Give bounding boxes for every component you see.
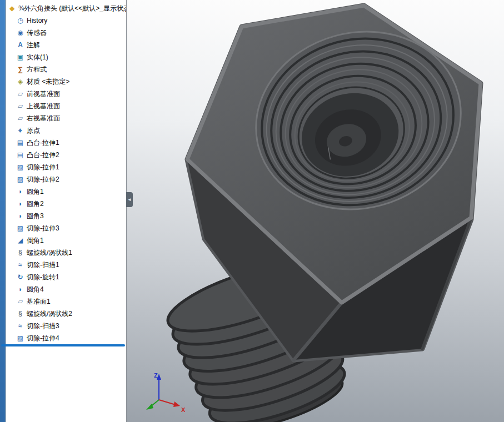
tree-item[interactable]: A 注解 — [6, 39, 126, 51]
plane-icon: ▱ — [16, 295, 25, 308]
history-folder-icon: ◷ — [16, 14, 25, 27]
sensors-icon: ◉ — [16, 27, 25, 39]
cut-extrude-icon: ▨ — [16, 161, 25, 173]
collapse-arrow-icon: ◄ — [127, 197, 132, 202]
tree-item[interactable]: ≈ 切除-扫描1 — [6, 259, 126, 271]
tree-item-label: 原点 — [27, 124, 40, 137]
tree-item-label: History — [27, 14, 47, 27]
tree-item[interactable]: ◷ History — [6, 14, 126, 27]
fillet-icon: ◗ — [16, 198, 25, 210]
tree-item[interactable]: ▨ 切除-拉伸4 — [6, 332, 126, 344]
triad-x-arrow — [173, 401, 180, 407]
feature-manager-panel: ◆ ¾外六角接头 (默认<<默认>_显示状态 ◷ History ◉ 传感器 A… — [0, 0, 127, 422]
fillet-icon: ◗ — [16, 185, 25, 198]
tree-item-label: 材质 <未指定> — [27, 76, 69, 88]
tree-item[interactable]: ≈ 切除-扫描3 — [6, 320, 126, 332]
tree-item-label: 注解 — [27, 39, 40, 51]
tree-item[interactable]: ▱ 右视基准面 — [6, 112, 126, 124]
plane-icon: ▱ — [16, 112, 25, 124]
model-3d-view[interactable] — [127, 0, 504, 422]
tree-item-label: 切除-拉伸3 — [27, 222, 59, 234]
tree-item-label: 基准面1 — [27, 295, 51, 308]
tree-item[interactable]: ▨ 切除-拉伸2 — [6, 173, 126, 185]
cut-extrude-icon: ▨ — [16, 222, 25, 234]
tree-item-label: ¾外六角接头 (默认<<默认>_显示状态 — [18, 2, 126, 14]
tree-item[interactable]: § 螺旋线/涡状线1 — [6, 247, 126, 259]
tree-item-label: 切除-拉伸2 — [27, 173, 59, 185]
solidworks-window: ◆ ¾外六角接头 (默认<<默认>_显示状态 ◷ History ◉ 传感器 A… — [0, 0, 504, 422]
plane-icon: ▱ — [16, 88, 25, 100]
tree-item-label: 切除-拉伸1 — [27, 161, 59, 173]
panel-collapse-tab[interactable]: ◄ — [126, 192, 133, 207]
plane-icon: ▱ — [16, 100, 25, 112]
tree-item-label: 前视基准面 — [27, 88, 60, 100]
feature-tree: ◆ ¾外六角接头 (默认<<默认>_显示状态 ◷ History ◉ 传感器 A… — [6, 0, 126, 422]
panel-accent-strip — [0, 0, 6, 422]
tree-item-label: 传感器 — [27, 27, 47, 39]
chamfer-icon: ◢ — [16, 234, 25, 247]
tree-item-label: 圆角3 — [27, 210, 44, 222]
tree-item-label: 圆角2 — [27, 198, 44, 210]
tree-item-label: 实体(1) — [27, 51, 48, 63]
cut-extrude-icon: ▨ — [16, 332, 25, 344]
annotations-icon: A — [16, 39, 25, 51]
tree-item[interactable]: ◗ 圆角1 — [6, 185, 126, 198]
fillet-icon: ◗ — [16, 210, 25, 222]
tree-item[interactable]: ▨ 切除-拉伸1 — [6, 161, 126, 173]
solid-bodies-icon: ▣ — [16, 51, 25, 63]
orientation-triad: Z X — [137, 371, 190, 418]
part-icon: ◆ — [7, 2, 17, 14]
tree-item[interactable]: ▱ 基准面1 — [6, 295, 126, 308]
tree-item[interactable]: ▣ 实体(1) — [6, 51, 126, 63]
rollback-bar[interactable] — [1, 344, 125, 346]
helix-icon: § — [16, 308, 25, 320]
tree-item[interactable]: ⌖ 原点 — [6, 124, 126, 137]
tree-item[interactable]: ∑ 方程式 — [6, 63, 126, 76]
tree-item-label: 切除-旋转1 — [27, 271, 59, 283]
tree-item-label: 圆角1 — [27, 185, 44, 198]
tree-item-label: 圆角4 — [27, 283, 44, 295]
tree-item[interactable]: ▱ 上视基准面 — [6, 100, 126, 112]
cut-sweep-icon: ≈ — [16, 259, 25, 271]
tree-item[interactable]: ▨ 切除-拉伸3 — [6, 222, 126, 234]
tree-item[interactable]: § 螺旋线/涡状线2 — [6, 308, 126, 320]
tree-item-label: 凸台-拉伸1 — [27, 137, 59, 149]
tree-item-label: 螺旋线/涡状线1 — [27, 247, 72, 259]
tree-item[interactable]: ◗ 圆角2 — [6, 198, 126, 210]
tree-item[interactable]: ▤ 凸台-拉伸2 — [6, 149, 126, 161]
fillet-icon: ◗ — [16, 283, 25, 295]
tree-item[interactable]: ◢ 倒角1 — [6, 234, 126, 247]
boss-extrude-icon: ▤ — [16, 149, 25, 161]
tree-item-label: 切除-扫描3 — [27, 320, 59, 332]
triad-x-label: X — [181, 406, 186, 413]
tree-item-label: 倒角1 — [27, 234, 44, 247]
tree-root-item[interactable]: ◆ ¾外六角接头 (默认<<默认>_显示状态 — [6, 2, 126, 14]
boss-extrude-icon: ▤ — [16, 137, 25, 149]
helix-icon: § — [16, 247, 25, 259]
tree-item[interactable]: ↻ 切除-旋转1 — [6, 271, 126, 283]
tree-item[interactable]: ◈ 材质 <未指定> — [6, 76, 126, 88]
graphics-viewport[interactable]: Z X — [127, 0, 504, 422]
triad-x-axis — [159, 400, 176, 405]
cut-revolve-icon: ↻ — [16, 271, 25, 283]
cut-sweep-icon: ≈ — [16, 320, 25, 332]
tree-item-label: 切除-拉伸4 — [27, 332, 59, 344]
triad-z-label: Z — [154, 372, 158, 379]
equations-icon: ∑ — [16, 63, 25, 76]
tree-item[interactable]: ▤ 凸台-拉伸1 — [6, 137, 126, 149]
tree-item-label: 凸台-拉伸2 — [27, 149, 59, 161]
tree-item[interactable]: ◗ 圆角4 — [6, 283, 126, 295]
origin-icon: ⌖ — [16, 124, 25, 137]
tree-item[interactable]: ◉ 传感器 — [6, 27, 126, 39]
tree-item-label: 上视基准面 — [27, 100, 60, 112]
tree-item[interactable]: ▱ 前视基准面 — [6, 88, 126, 100]
cut-extrude-icon: ▨ — [16, 173, 25, 185]
tree-item-label: 螺旋线/涡状线2 — [27, 308, 72, 320]
tree-item-label: 右视基准面 — [27, 112, 60, 124]
tree-item[interactable]: ◗ 圆角3 — [6, 210, 126, 222]
tree-item-label: 方程式 — [27, 63, 47, 76]
tree-item-label: 切除-扫描1 — [27, 259, 59, 271]
material-icon: ◈ — [16, 76, 25, 88]
